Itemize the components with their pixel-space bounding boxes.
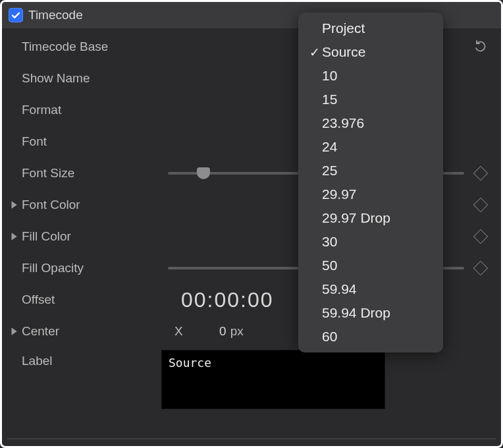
center-unit: px [230,324,244,339]
label-timecode-base: Timecode Base [22,40,161,54]
section-title: Timecode [28,8,83,22]
dropdown-option[interactable]: 60 [298,325,443,349]
dropdown-option[interactable]: 59.94 [298,277,443,301]
keyframe-diamond-icon [473,166,489,181]
dropdown-option-label: 29.97 Drop [322,210,434,226]
dropdown-option[interactable]: 15 [298,88,443,111]
dropdown-option[interactable]: 24 [298,135,443,159]
disclosure-right-icon [10,327,18,336]
undo-button[interactable] [471,40,490,54]
label-text-input[interactable] [161,350,385,409]
dropdown-option-label: 50 [322,258,434,273]
dropdown-option[interactable]: Project [298,16,443,40]
dropdown-option[interactable]: 59.94 Drop [298,301,443,325]
label-font-color: Font Color [22,198,161,212]
dropdown-option[interactable]: 23.976 [298,111,443,135]
undo-icon [473,40,488,54]
offset-value[interactable]: 00:00:00 [181,288,274,312]
slider-thumb[interactable] [197,167,210,179]
checkmark-icon [11,10,21,20]
dropdown-option-label: 59.94 Drop [322,305,434,321]
check-icon: ✓ [307,45,322,60]
label-label: Label [22,350,161,368]
center-x-axis-label: X [174,324,183,339]
disclosure-center[interactable] [6,327,22,336]
label-center: Center [22,324,161,339]
keyframe-font-color[interactable] [471,200,490,210]
dropdown-option[interactable]: 29.97 [298,182,443,206]
center-x-value[interactable]: 0 [187,324,226,339]
dropdown-option[interactable]: ✓Source [298,40,443,64]
label-show-name: Show Name [22,71,161,86]
dropdown-option-label: 30 [322,234,434,250]
dropdown-option-label: 29.97 [322,186,434,202]
keyframe-diamond-icon [473,229,489,244]
label-offset: Offset [22,293,161,307]
dropdown-option-label: 25 [322,163,434,179]
label-font-size: Font Size [22,166,161,181]
dropdown-option-label: 15 [322,92,434,107]
dropdown-option-label: Source [322,44,434,60]
dropdown-option-label: 10 [322,68,434,84]
dropdown-option-label: 60 [322,329,434,345]
timecode-base-dropdown[interactable]: Project✓Source101523.976242529.9729.97 D… [298,13,443,352]
panel-footer-divider [7,438,496,439]
dropdown-option-label: 24 [322,139,434,155]
dropdown-option-label: 59.94 [322,281,434,297]
keyframe-fill-color[interactable] [471,231,490,242]
disclosure-fill-color[interactable] [6,232,22,241]
keyframe-font-size[interactable] [471,168,490,179]
dropdown-option[interactable]: 50 [298,254,443,277]
dropdown-option[interactable]: 10 [298,64,443,88]
dropdown-option-label: 23.976 [322,115,434,131]
label-font: Font [22,134,161,149]
dropdown-option-label: Project [322,20,434,36]
disclosure-right-icon [10,232,18,241]
timecode-enable-checkbox[interactable] [9,8,23,22]
label-fill-opacity: Fill Opacity [22,261,161,275]
keyframe-diamond-icon [473,261,489,276]
keyframe-diamond-icon [473,198,489,213]
disclosure-right-icon [10,200,18,210]
dropdown-option[interactable]: 25 [298,159,443,182]
disclosure-font-color[interactable] [6,200,22,210]
dropdown-option[interactable]: 30 [298,230,443,254]
label-format: Format [22,103,161,117]
keyframe-fill-opacity[interactable] [471,263,490,273]
inspector-panel: Timecode Timecode Base Show Name For [0,0,503,448]
row-label: Label [2,347,501,418]
dropdown-option[interactable]: 29.97 Drop [298,206,443,230]
label-fill-color: Fill Color [22,229,161,244]
